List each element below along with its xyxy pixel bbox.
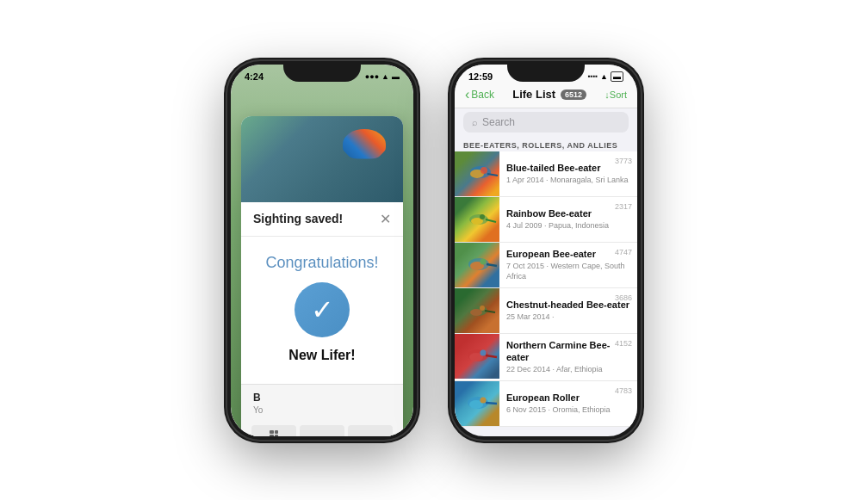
- congratulations-text: Congratulations!: [265, 254, 378, 272]
- checkmark-icon: ✓: [311, 293, 334, 326]
- svg-point-3: [480, 167, 487, 174]
- phone-1: 4:24 ●●● ▲ ▬ Sighting saved! ✕: [227, 61, 417, 440]
- checkmark-circle: ✓: [294, 282, 350, 337]
- status-time-phone2: 12:59: [468, 71, 493, 82]
- bird-name-4: Northern Carmine Bee-eater: [506, 339, 630, 364]
- bird-item-5[interactable]: European Roller 6 Nov 2015 · Oromia, Eth…: [455, 381, 637, 427]
- nav-title: Life List 6512: [512, 88, 586, 101]
- status-bar-phone1: 4:24 ●●● ▲ ▬: [231, 65, 413, 85]
- bird-thumb-0: [455, 151, 499, 196]
- modal-content: Congratulations! ✓ New Lifer!: [241, 237, 403, 384]
- bird-svg-4: [455, 334, 499, 379]
- bird-image-1: [455, 197, 499, 242]
- action-button-2[interactable]: [300, 425, 344, 436]
- bird-thumb-2: [455, 243, 499, 287]
- back-button[interactable]: ‹ Back: [465, 87, 494, 102]
- bird-image-5: [455, 381, 499, 426]
- bird-item-4[interactable]: Northern Carmine Bee-eater 22 Dec 2014 ·…: [455, 334, 637, 381]
- bird-location-1: 4 Jul 2009 · Papua, Indonesia: [506, 221, 630, 231]
- sort-button[interactable]: ↓Sort: [604, 90, 627, 100]
- bird-name-2: European Bee-eater: [506, 248, 630, 260]
- action-button-1[interactable]: [251, 425, 296, 436]
- status-time-phone1: 4:24: [245, 71, 264, 82]
- wifi-icon-2: ▲: [600, 72, 608, 81]
- status-icons-phone2: ▪▪▪▪ ▲ ▬: [588, 71, 623, 82]
- bird-name-initial: B: [253, 392, 391, 404]
- bird-svg-5: [455, 381, 499, 426]
- nav-bar: ‹ Back Life List 6512 ↓Sort: [455, 83, 637, 108]
- bird-image-0: [455, 151, 499, 196]
- bird-location-4: 22 Dec 2014 · Afar, Ethiopia: [506, 365, 630, 375]
- bird-number-0: 3773: [615, 157, 632, 165]
- action-row: [241, 420, 403, 436]
- bird-location-3: 25 Mar 2014 ·: [506, 312, 630, 323]
- svg-point-23: [480, 397, 487, 403]
- bird-thumb-3: [455, 288, 499, 333]
- bird-image-2: [455, 243, 499, 287]
- phone-2: 12:59 ▪▪▪▪ ▲ ▬ ‹ Back Life List 6512: [451, 61, 641, 440]
- new-lifer-label: New Lifer!: [288, 348, 355, 363]
- section-header: BEE-EATERS, ROLLERS, AND ALLIES: [455, 136, 637, 151]
- notification-banner: Sighting saved! ✕: [241, 202, 403, 237]
- life-list-title: Life List: [512, 88, 555, 101]
- bird-name-0: Blue-tailed Bee-eater: [506, 162, 630, 174]
- bird-svg-2: [455, 243, 499, 287]
- search-icon: ⌕: [472, 117, 478, 127]
- status-icons-phone1: ●●● ▲ ▬: [365, 72, 400, 81]
- bird-item-2[interactable]: European Bee-eater 7 Oct 2015 · Western …: [455, 243, 637, 288]
- bird-image-4: [455, 334, 499, 379]
- bird-item-0[interactable]: Blue-tailed Bee-eater 1 Apr 2014 · Monar…: [455, 151, 637, 197]
- sighting-card: Sighting saved! ✕ Congratulations! ✓ New…: [241, 116, 403, 436]
- bird-image: [241, 116, 403, 202]
- battery-icon-2: ▬: [611, 71, 623, 82]
- bird-svg-1: [455, 197, 499, 242]
- back-label: Back: [471, 89, 494, 101]
- bird-location-5: 6 Nov 2015 · Oromia, Ethiopia: [506, 405, 630, 416]
- wifi-icon: ▲: [381, 72, 389, 81]
- battery-icon: ▬: [392, 72, 400, 81]
- bird-thumb-5: [455, 381, 499, 426]
- bird-image-3: [455, 288, 499, 333]
- bird-number-3: 3686: [615, 293, 632, 302]
- svg-point-11: [480, 258, 487, 264]
- scene: 4:24 ●●● ▲ ▬ Sighting saved! ✕: [193, 44, 675, 457]
- bird-item-3[interactable]: Chestnut-headed Bee-eater 25 Mar 2014 · …: [455, 288, 637, 334]
- bird-number-4: 4152: [615, 339, 632, 348]
- bird-svg-0: [455, 151, 499, 196]
- bird-location-2: 7 Oct 2015 · Western Cape, South Africa: [506, 262, 630, 281]
- bird-list: Blue-tailed Bee-eater 1 Apr 2014 · Monar…: [455, 151, 637, 427]
- svg-point-13: [470, 309, 482, 316]
- svg-point-7: [480, 214, 485, 219]
- bird-number-1: 2317: [615, 202, 632, 211]
- bird-location-0: 1 Apr 2014 · Monaragala, Sri Lanka: [506, 176, 630, 186]
- back-chevron-icon: ‹: [465, 87, 469, 102]
- sort-label: ↓Sort: [604, 90, 627, 100]
- life-count-badge: 6512: [561, 90, 586, 100]
- svg-point-19: [480, 349, 487, 355]
- bird-name-1: Rainbow Bee-eater: [506, 207, 630, 219]
- close-icon[interactable]: ✕: [380, 211, 391, 227]
- bird-svg-3: [455, 288, 499, 333]
- notification-title: Sighting saved!: [253, 212, 343, 225]
- bird-name-5: European Roller: [506, 392, 630, 404]
- signal-icon: ●●●: [365, 72, 379, 81]
- status-bar-phone2: 12:59 ▪▪▪▪ ▲ ▬: [455, 65, 637, 83]
- bird-thumb-1: [455, 197, 499, 242]
- signal-bars-icon: ▪▪▪▪: [588, 72, 598, 80]
- grid-icon: [270, 430, 278, 436]
- card-bottom: B Yo: [241, 384, 403, 420]
- svg-point-15: [480, 306, 485, 311]
- search-bar[interactable]: ⌕ Search: [463, 112, 629, 133]
- bird-number-2: 4747: [615, 248, 632, 256]
- bird-thumb-4: [455, 334, 499, 380]
- bird-item-1[interactable]: Rainbow Bee-eater 4 Jul 2009 · Papua, In…: [455, 197, 637, 243]
- bird-name-3: Chestnut-headed Bee-eater: [506, 299, 630, 311]
- bird-number-5: 4783: [615, 386, 632, 395]
- bird-sub-text: Yo: [253, 405, 391, 415]
- action-button-3[interactable]: [348, 425, 393, 436]
- svg-line-22: [486, 403, 497, 404]
- search-placeholder: Search: [482, 116, 515, 128]
